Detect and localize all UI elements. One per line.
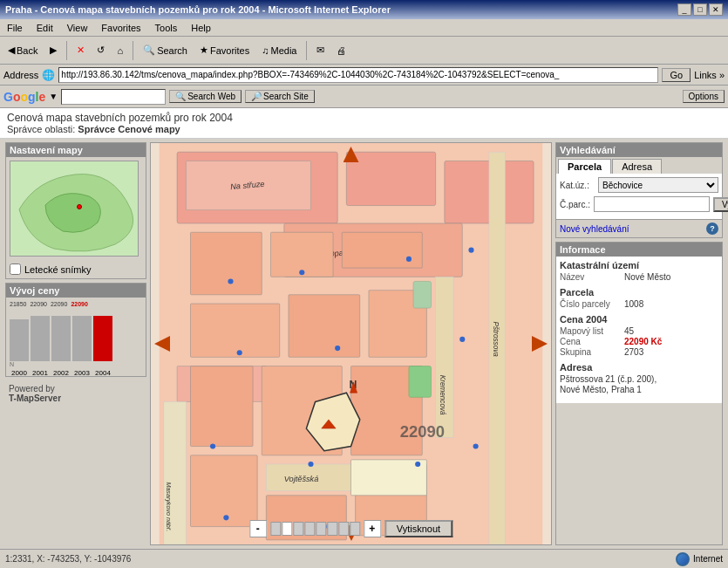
aerial-checkbox[interactable]	[10, 263, 21, 275]
zoom-out-button[interactable]: -	[249, 520, 267, 537]
svg-text:22090: 22090	[400, 422, 445, 441]
search-web-button[interactable]: 🔍 Search Web	[169, 90, 242, 103]
adresa-row: Pštrossova 21 (č.p. 200),	[560, 374, 718, 384]
menu-tools[interactable]: Tools	[152, 22, 181, 34]
back-icon: ◀	[8, 44, 15, 56]
kat-uz-select[interactable]: Běchovice	[598, 177, 718, 193]
svg-text:Kremencová: Kremencová	[439, 375, 446, 415]
address-bar: Address 🌐 Go Links »	[0, 65, 728, 86]
svg-point-42	[459, 337, 465, 342]
skupina-row: Skupina 2703	[560, 347, 718, 357]
svg-rect-22	[191, 304, 280, 357]
star-icon: ★	[200, 44, 208, 56]
menu-edit[interactable]: Edit	[33, 22, 57, 34]
skupina-val: 2703	[624, 347, 643, 357]
map-arrow-top[interactable]	[344, 147, 359, 162]
maximize-button[interactable]: □	[693, 3, 707, 16]
google-dropdown-icon[interactable]: ▼	[49, 92, 58, 101]
cislo-row: Číslo parcely 1008	[560, 299, 718, 309]
globe-icon	[676, 552, 690, 566]
zoom-square-3[interactable]	[293, 522, 303, 536]
map-arrow-right[interactable]	[532, 336, 548, 352]
forward-button[interactable]: ▶	[45, 42, 61, 58]
zoom-square-2[interactable]	[282, 522, 292, 536]
map-position-dot	[77, 204, 82, 209]
address-label: Address	[3, 70, 38, 80]
title-bar: Praha - Cenová mapa stavebních pozemků p…	[0, 0, 728, 19]
zoom-in-button[interactable]: +	[364, 520, 381, 537]
menu-file[interactable]: File	[3, 22, 26, 34]
internet-label: Internet	[693, 554, 723, 564]
adresa-title: Adresa	[560, 362, 718, 373]
svg-rect-26	[262, 366, 342, 455]
search-section: Vyhledávání Parcela Adresa Kat.úz.: Běch…	[555, 142, 723, 238]
svg-marker-51	[322, 420, 336, 428]
refresh-icon: ↺	[97, 44, 105, 56]
t-map-server-logo: Powered by T-MapServer	[9, 384, 61, 403]
center-map[interactable]: Na střuze Pštrossova Opatovická Šítková …	[150, 142, 552, 545]
print-toolbar-button[interactable]: 🖨	[332, 43, 350, 58]
refresh-button[interactable]: ↺	[92, 42, 109, 58]
c-parc-input[interactable]	[594, 196, 710, 212]
zoom-square-5[interactable]	[316, 522, 326, 536]
favorites-button[interactable]: ★ Favorites	[195, 42, 254, 58]
site-search-icon: 🔎	[251, 92, 262, 101]
zoom-square-8[interactable]	[350, 522, 360, 536]
adresa-row2: Nové Město, Praha 1	[560, 385, 718, 394]
new-search-link[interactable]: Nové vyhledávání	[560, 224, 629, 234]
zoom-square-4[interactable]	[304, 522, 315, 536]
search-button[interactable]: 🔍 Search	[139, 42, 192, 58]
katastralni-uzemi-group: Katastrální území Název Nové Město	[560, 260, 718, 282]
stop-icon: ✕	[77, 44, 85, 56]
media-button[interactable]: ♫ Media	[257, 43, 301, 58]
menu-favorites[interactable]: Favorites	[98, 22, 144, 34]
nazev-val: Nové Město	[624, 272, 670, 282]
bar-2003	[72, 316, 92, 361]
mail-button[interactable]: ✉	[312, 42, 329, 58]
chart-years: 2000 2001 2002 2003 2004	[10, 369, 142, 377]
address-input[interactable]	[58, 67, 658, 83]
google-logo[interactable]: Google	[3, 90, 45, 104]
map-settings-section: Nastavení mapy Letecké snímky	[5, 142, 146, 279]
menu-view[interactable]: View	[64, 22, 92, 34]
svg-rect-13	[436, 277, 453, 437]
svg-text:Vojtěšská: Vojtěšská	[284, 475, 319, 483]
zoom-square-6[interactable]	[327, 522, 337, 536]
home-button[interactable]: ⌂	[112, 43, 127, 58]
home-icon: ⌂	[117, 45, 123, 56]
svg-rect-19	[191, 232, 262, 295]
zoom-square-7[interactable]	[338, 522, 349, 536]
google-search-input[interactable]	[61, 89, 166, 105]
search-action-button[interactable]: Vyhledat	[713, 197, 728, 212]
forward-icon: ▶	[50, 44, 57, 56]
svg-rect-31	[351, 460, 427, 496]
chart-bars	[10, 309, 142, 361]
minimize-button[interactable]: _	[677, 3, 691, 16]
parcela-title: Parcela	[560, 287, 718, 298]
stop-button[interactable]: ✕	[72, 42, 89, 58]
map-arrow-left[interactable]	[154, 336, 170, 352]
svg-marker-34	[350, 382, 357, 393]
options-button[interactable]: Options	[683, 90, 725, 103]
info-section: Informace Katastrální území Název Nové M…	[555, 242, 723, 545]
c-parc-row: Č.parc.: Vyhledat	[560, 196, 718, 212]
go-button[interactable]: Go	[662, 68, 691, 82]
print-button[interactable]: Vytisknout	[384, 520, 452, 537]
tab-adresa[interactable]: Adresa	[612, 159, 662, 174]
close-button[interactable]: ✕	[709, 3, 723, 16]
parcela-group: Parcela Číslo parcely 1008	[560, 287, 718, 309]
back-button[interactable]: ◀ Back	[3, 42, 42, 58]
media-icon: ♫	[262, 45, 269, 56]
svg-rect-24	[369, 291, 426, 358]
price-chart: 21850 22090 22090 22090	[6, 298, 146, 376]
ie-window: Praha - Cenová mapa stavebních pozemků p…	[0, 0, 728, 568]
zoom-square-1[interactable]	[270, 522, 281, 536]
help-icon[interactable]: ?	[706, 222, 718, 235]
title-bar-buttons: _ □ ✕	[677, 3, 723, 16]
svg-rect-4	[445, 161, 534, 223]
search-site-button[interactable]: 🔎 Search Site	[245, 90, 315, 103]
menu-help[interactable]: Help	[187, 22, 214, 34]
tab-parcela[interactable]: Parcela	[558, 159, 611, 174]
svg-rect-5	[186, 161, 310, 209]
links-label: Links »	[694, 70, 725, 80]
